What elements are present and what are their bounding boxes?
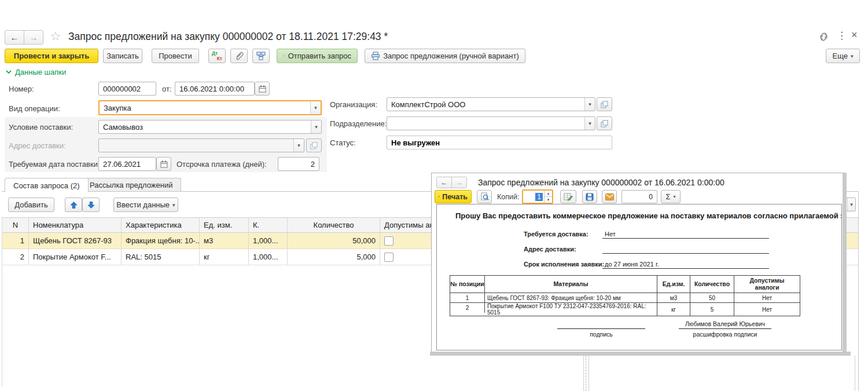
structure-button[interactable] — [252, 49, 270, 63]
tab-request-composition[interactable]: Состав запроса (2) — [5, 178, 89, 192]
cell-characteristic: RAL: 5015 — [122, 249, 200, 265]
app-window: ← → ☆ Запрос предложений на закупку 0000… — [0, 0, 868, 391]
number-field[interactable]: 000000002 — [98, 82, 156, 96]
forward-icon: → — [30, 32, 38, 42]
doc-signature-line — [557, 328, 645, 329]
preview-back-button[interactable]: ← — [436, 177, 452, 188]
dropdown-arrow-icon[interactable]: ▾ — [584, 98, 595, 111]
attachments-button[interactable] — [230, 49, 248, 63]
preview-mode-button[interactable] — [477, 190, 492, 203]
cell-unit: м3 — [200, 233, 249, 249]
dropdown-arrow-icon[interactable]: ▾ — [584, 117, 595, 130]
add-row-label: Добавить — [14, 200, 47, 209]
spinner-arrows[interactable]: ▲▼ — [544, 191, 552, 203]
send-request-label: Отправить запрос — [288, 52, 351, 60]
move-up-button[interactable] — [65, 198, 82, 212]
delivery-condition-value: Самовывоз — [99, 123, 311, 131]
cell-k: 1,000... — [249, 233, 288, 249]
close-icon[interactable]: × — [851, 29, 858, 41]
doc-signature-line — [679, 328, 771, 329]
spin-up-icon[interactable]: ▲ — [545, 191, 552, 197]
col-header-quantity[interactable]: Количество — [288, 218, 380, 232]
doc-delivery-required-label: Требуется доставка: — [524, 231, 589, 237]
organization-open-button[interactable] — [597, 97, 612, 111]
page-break-line — [855, 356, 855, 391]
col-header-unit[interactable]: Ед. изм. — [200, 218, 249, 232]
date-value: 16.06.2021 0:00:00 — [175, 85, 254, 93]
edit-spreadsheet-button[interactable] — [560, 190, 576, 203]
organization-combobox[interactable]: КомплектСтрой ООО ▾ — [387, 97, 595, 111]
analogs-checkbox[interactable] — [384, 236, 393, 246]
col-header-n[interactable]: N — [2, 218, 29, 232]
link-icon[interactable] — [818, 31, 829, 45]
payment-deferral-field[interactable]: 2 — [278, 157, 319, 171]
page-title: Запрос предложений на закупку 000000002 … — [68, 31, 388, 43]
copies-spinner[interactable]: 1 ▲▼ — [522, 189, 553, 204]
structure-icon — [256, 52, 266, 60]
dt-kt-register-button[interactable]: Дт Кт — [208, 49, 226, 63]
save-button[interactable] — [582, 190, 597, 203]
printer-icon — [371, 52, 380, 60]
date-calendar-button[interactable] — [255, 82, 270, 96]
dropdown-arrow-icon: ▾ — [293, 139, 304, 152]
favorite-star-icon[interactable]: ☆ — [50, 29, 61, 44]
spin-down-icon[interactable]: ▼ — [545, 197, 552, 203]
status-label: Статус: — [330, 138, 356, 147]
operation-kind-combobox[interactable]: Закупка ▾ — [98, 100, 322, 115]
tab-request-composition-label: Состав запроса (2) — [13, 181, 80, 190]
move-down-button[interactable] — [82, 198, 100, 212]
preview-window-bottom-edge[interactable] — [430, 352, 851, 356]
send-email-button[interactable] — [602, 190, 617, 203]
department-combobox[interactable]: ▾ — [387, 116, 595, 130]
forward-button[interactable]: → — [24, 30, 43, 45]
print-button[interactable]: Печать — [435, 190, 472, 203]
analogs-checkbox[interactable] — [384, 253, 393, 262]
header-section-toggle[interactable]: Данные шапки — [6, 68, 66, 76]
required-date-calendar-button[interactable] — [156, 157, 171, 171]
preview-forward-button[interactable]: → — [451, 177, 467, 188]
doc-table-header: № позиции Материалы Ед.изм. Количество Д… — [450, 276, 800, 293]
payment-deferral-value: 2 — [278, 160, 319, 169]
organization-value: КомплектСтрой ООО — [387, 100, 584, 109]
printer-icon — [439, 193, 439, 200]
header-section-title: Данные шапки — [15, 68, 66, 76]
col-header-nomenclature[interactable]: Номенклатура — [29, 218, 122, 232]
sum-field[interactable]: 0 — [621, 190, 657, 203]
delivery-condition-combobox[interactable]: Самовывоз ▾ — [98, 120, 322, 134]
manual-request-button[interactable]: Запрос предложения (ручной вариант) — [365, 49, 525, 63]
col-header-k[interactable]: К. — [249, 218, 288, 232]
required-date-field[interactable]: 27.06.2021 — [98, 157, 156, 171]
doc-intro-text: Прошу Вас предоставить коммерческое пред… — [455, 211, 842, 220]
more-button[interactable]: Еще ▾ — [826, 49, 860, 63]
doc-table-row: 2 Покрытие Армокот F100 ТУ 2312-047-2335… — [450, 303, 800, 316]
kebab-menu-icon[interactable]: ⋮ — [837, 30, 847, 42]
enter-data-label: Ввести данные — [116, 200, 170, 209]
table-edit-icon — [564, 192, 573, 201]
col-header-quantity-label: Количество — [314, 221, 354, 229]
kt-label: Кт — [217, 56, 222, 61]
post-and-close-button[interactable]: Провести и закрыть — [5, 49, 98, 63]
post-button[interactable]: Провести — [152, 49, 199, 63]
add-row-button[interactable]: Добавить — [8, 198, 54, 212]
sigma-button[interactable]: Σ ▾ — [661, 190, 681, 203]
enter-data-button[interactable]: Ввести данные ▾ — [113, 198, 178, 212]
cell-nomenclature: Покрытие Армокот F... — [29, 249, 122, 265]
department-open-button[interactable] — [597, 116, 612, 130]
dropdown-arrow-icon[interactable]: ▾ — [310, 101, 321, 114]
tab-proposal-mailing[interactable]: Рассылка предложений — [81, 178, 181, 192]
copies-label: Копий: — [497, 193, 519, 201]
back-button[interactable]: ← — [5, 30, 24, 45]
col-header-characteristic[interactable]: Характеристика — [122, 218, 200, 232]
print-preview-window: ← → Запрос предложений на закупку 000000… — [431, 173, 844, 353]
write-button[interactable]: Записать — [103, 49, 142, 63]
preview-window-right-edge[interactable] — [843, 173, 847, 356]
doc-delivery-required-value: Нет — [605, 231, 616, 237]
open-icon — [601, 120, 608, 127]
tab-proposal-mailing-label: Рассылка предложений — [90, 181, 172, 189]
date-field[interactable]: 16.06.2021 0:00:00 — [175, 82, 255, 96]
cell-n: 1 — [2, 233, 29, 249]
dropdown-arrow-icon[interactable]: ▾ — [311, 120, 321, 133]
operation-kind-label: Вид операции: — [9, 104, 60, 113]
send-request-button[interactable]: Отправить запрос — [277, 49, 358, 63]
dropdown-arrow-icon[interactable]: ▾ — [847, 198, 855, 211]
